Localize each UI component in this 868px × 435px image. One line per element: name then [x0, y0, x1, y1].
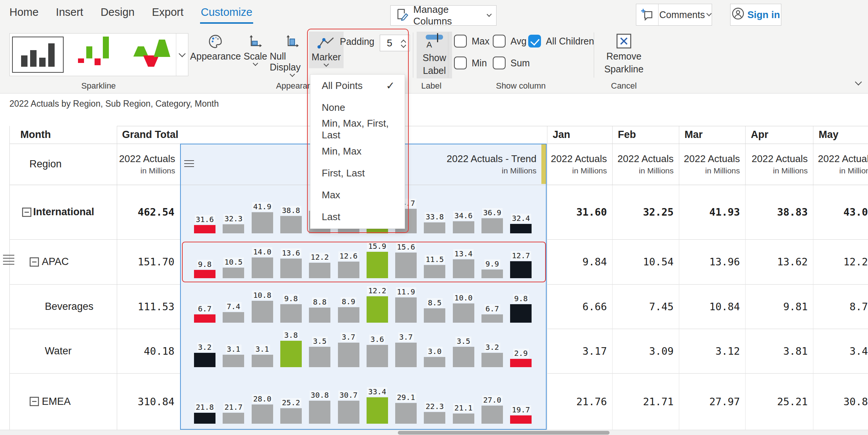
sparkline-cell-apac[interactable]: 9.810.514.013.612.212.615.915.611.513.49… [180, 239, 547, 284]
menu-item-none[interactable]: None [310, 96, 405, 118]
tab-customize[interactable]: Customize [201, 6, 252, 23]
row-label-cell-apac[interactable]: APAC [10, 239, 117, 284]
collapse-icon[interactable] [29, 397, 39, 408]
month-value-cell: 13.96 [679, 239, 745, 284]
null-display-button[interactable]: Null Display [270, 32, 315, 76]
appearance-label: Appearance [190, 51, 241, 62]
bar-value-label: 12.6 [338, 251, 359, 260]
tab-export[interactable]: Export [152, 6, 183, 23]
checkbox-min[interactable]: Min [454, 57, 487, 69]
month-header-apr[interactable]: Apr [745, 126, 813, 144]
month-value: 21.71 [643, 396, 674, 407]
sparkline-type-column[interactable] [12, 37, 64, 73]
grand-total-value: 40.18 [144, 345, 174, 357]
month-value-cell: 31.60 [547, 185, 612, 239]
padding-stepper[interactable]: 5 [380, 35, 410, 51]
add-comment-icon [636, 4, 659, 25]
collapse-icon[interactable] [29, 257, 39, 268]
ribbon-collapse-button[interactable] [856, 79, 861, 86]
sparkline-type-winloss[interactable] [68, 37, 120, 73]
tab-home[interactable]: Home [9, 6, 38, 23]
sparkline-bar [453, 414, 474, 424]
collapse-icon[interactable] [22, 207, 32, 219]
gallery-expand-button[interactable] [176, 34, 188, 76]
checkbox-box[interactable] [493, 57, 506, 69]
menu-item-label: None [322, 102, 345, 113]
sparkline-cell-emea[interactable]: 21.821.728.025.230.830.733.429.122.321.1… [180, 373, 547, 430]
checkbox-label: Avg [510, 36, 527, 47]
menu-item-all-points[interactable]: All Points✓ [310, 75, 405, 96]
grand-total-value: 151.70 [138, 256, 174, 268]
month-header-jan[interactable]: Jan [547, 126, 612, 144]
row-label-cell-international[interactable]: International [10, 185, 117, 239]
header-divider [10, 185, 868, 185]
month-header-mar[interactable]: Mar [679, 126, 745, 144]
checkbox-all-children[interactable]: All Children [528, 35, 594, 47]
appearance-button[interactable]: Appearance [193, 32, 238, 62]
menu-item-label: First, Last [322, 167, 365, 179]
checkbox-avg[interactable]: Avg [493, 35, 527, 47]
sparkline-bar [424, 308, 445, 323]
menu-item-max[interactable]: Max [310, 184, 405, 206]
checkbox-sum[interactable]: Sum [493, 57, 530, 69]
tab-design[interactable]: Design [101, 6, 134, 23]
row-label-cell-beverages[interactable]: Beverages [10, 284, 117, 329]
remove-sparkline-button[interactable]: Remove Sparkline [601, 32, 647, 75]
menu-item-last[interactable]: Last [310, 206, 405, 228]
bar-value-label: 22.3 [425, 402, 445, 411]
checkbox-box[interactable] [528, 35, 541, 47]
month-header-feb[interactable]: Feb [612, 126, 679, 144]
sparkline-bar [309, 347, 330, 367]
sign-in-button[interactable]: Sign in [730, 4, 781, 26]
tab-insert[interactable]: Insert [56, 6, 83, 23]
label-group-label: Label [414, 81, 449, 91]
bar-value-label: 15.6 [396, 242, 416, 251]
marker-icon [316, 33, 336, 50]
menu-item-first-last[interactable]: First, Last [310, 162, 405, 184]
checkbox-label: Max [472, 36, 489, 47]
scale-button[interactable]: Scale [242, 32, 269, 65]
bar-value-label: 31.6 [194, 215, 215, 224]
sparkline-type-line-markers[interactable] [124, 37, 176, 73]
month-value: 13.96 [709, 256, 740, 268]
month-value-cell: 9.84 [547, 239, 612, 284]
column-drag-handle-icon[interactable] [184, 160, 194, 168]
menu-item-min-max-first-last[interactable]: Min, Max, First, Last [310, 118, 405, 140]
bar-value-label: 9.8 [283, 294, 299, 303]
sparkline-bar [395, 253, 417, 278]
show-label-button[interactable]: A Show Label [417, 32, 452, 78]
month-value-cell: 3.12 [679, 329, 745, 373]
month-value: 38.83 [777, 206, 808, 218]
horizontal-scrollbar[interactable] [0, 430, 868, 435]
marker-button[interactable]: Marker [309, 32, 344, 68]
row-drag-handle-icon[interactable] [3, 255, 14, 265]
sparkline-bar [367, 397, 388, 424]
manage-columns-button[interactable]: Manage Columns [390, 5, 497, 26]
month-header-may[interactable]: May [813, 126, 868, 144]
comments-button[interactable]: Comments [636, 4, 712, 26]
grand-total-measure-header: 2022 Actuals in Millions [117, 144, 180, 185]
sparkline-bar [481, 218, 503, 233]
bar-value-label: 9.8 [513, 294, 529, 303]
padding-value[interactable]: 5 [380, 37, 399, 49]
checkbox-max[interactable]: Max [454, 35, 489, 47]
checkbox-box[interactable] [454, 35, 467, 47]
sparkline-bar [367, 345, 388, 367]
sparkline-cell-water[interactable]: 3.23.13.13.83.53.73.63.73.03.53.22.9 [180, 329, 547, 373]
row-label: Water [45, 345, 72, 357]
month-value-cell: 21.71 [612, 373, 679, 430]
month-value-cell: 3.81 [745, 329, 813, 373]
checkbox-box[interactable] [493, 35, 506, 47]
menu-item-min-max[interactable]: Min, Max [310, 140, 405, 162]
palette-icon [208, 32, 223, 49]
checkbox-box[interactable] [454, 57, 467, 69]
month-measure-header: 2022 Actualsin Millions [612, 144, 679, 185]
row-label-cell-emea[interactable]: EMEA [10, 373, 117, 430]
bar-value-label: 3.7 [341, 332, 356, 342]
scrollbar-thumb[interactable] [398, 431, 610, 435]
ribbon: HomeInsertDesignExportCustomize Manage C… [0, 0, 868, 93]
sparkline-cell-beverages[interactable]: 6.77.410.89.88.88.912.211.98.510.06.79.8 [180, 284, 547, 329]
row-label-cell-water[interactable]: Water [10, 329, 117, 373]
month-value: 21.76 [576, 396, 607, 407]
manage-columns-icon [396, 8, 409, 23]
